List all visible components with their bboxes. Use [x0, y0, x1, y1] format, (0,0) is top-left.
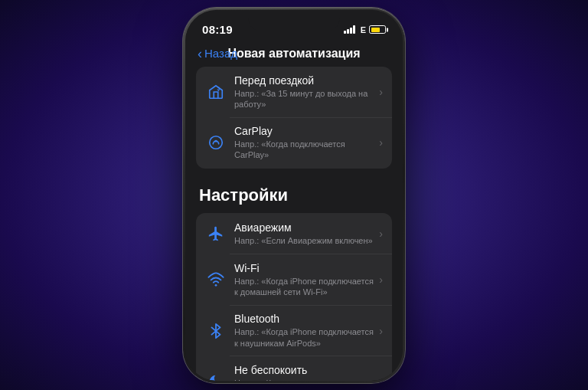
item-title-wifi: Wi-Fi	[234, 262, 374, 274]
list-item-wifi[interactable]: Wi-Fi Напр.: «Когда iPhone подключается …	[196, 254, 392, 306]
nav-bar: ‹ Назад Новая автоматизация	[185, 44, 403, 67]
battery-icon	[369, 25, 386, 34]
phone-inner: 08:19 E	[185, 10, 403, 381]
nav-title: Новая автоматизация	[227, 47, 360, 61]
status-icons: E	[344, 25, 386, 34]
item-text-carplay: CarPlay Напр.: «Когда подключается CarPl…	[234, 125, 374, 161]
svg-point-2	[215, 140, 217, 143]
airplane-icon	[205, 223, 227, 244]
list-item-carplay[interactable]: CarPlay Напр.: «Когда подключается CarPl…	[196, 117, 392, 169]
back-chevron-icon: ‹	[198, 47, 202, 61]
moon-icon	[205, 371, 227, 380]
bluetooth-icon	[205, 320, 227, 342]
svg-point-3	[215, 284, 217, 287]
item-title-carplay: CarPlay	[234, 125, 374, 137]
item-title-airplane: Авиарежим	[234, 221, 374, 234]
list-item-dnd[interactable]: Не беспокоить Напр.: «Когда включается р…	[196, 356, 392, 381]
chevron-icon: ›	[379, 136, 383, 149]
item-subtitle-airplane: Напр.: «Если Авиарежим включен»	[234, 235, 374, 246]
item-subtitle-carplay: Напр.: «Когда подключается CarPlay»	[234, 139, 374, 161]
item-title-before-trip: Перед поездкой	[234, 74, 374, 87]
notch	[248, 10, 340, 31]
item-text-bluetooth: Bluetooth Напр.: «Когда iPhone подключае…	[234, 313, 374, 349]
svg-point-0	[218, 87, 220, 88]
svg-point-1	[210, 136, 223, 149]
chevron-icon: ›	[379, 86, 383, 98]
travel-group: Перед поездкой Напр.: «За 15 минут до вы…	[196, 67, 392, 169]
item-text-before-trip: Перед поездкой Напр.: «За 15 минут до вы…	[234, 74, 374, 110]
carrier-label: E	[361, 25, 366, 34]
chevron-icon: ›	[379, 375, 383, 380]
chevron-icon: ›	[379, 228, 383, 240]
item-title-dnd: Не беспокоить	[234, 364, 374, 376]
back-label: Назад	[204, 47, 237, 60]
item-title-bluetooth: Bluetooth	[234, 313, 374, 325]
item-subtitle-dnd: Напр.: «Когда включается режим "Не беспо…	[234, 378, 374, 381]
list-item-before-trip[interactable]: Перед поездкой Напр.: «За 15 минут до вы…	[196, 67, 392, 118]
content-scroll[interactable]: Перед поездкой Напр.: «За 15 минут до вы…	[185, 67, 403, 381]
carplay-icon	[205, 132, 227, 153]
list-item-bluetooth[interactable]: Bluetooth Напр.: «Когда iPhone подключае…	[196, 305, 392, 356]
screen: 08:19 E	[185, 10, 403, 381]
chevron-icon: ›	[379, 325, 383, 337]
signal-bars-icon	[344, 25, 355, 34]
item-subtitle-bluetooth: Напр.: «Когда iPhone подключается к науш…	[234, 326, 374, 349]
item-text-airplane: Авиарежим Напр.: «Если Авиарежим включен…	[234, 221, 374, 246]
phone-container: 08:19 E	[183, 8, 405, 383]
phone-frame: 08:19 E	[183, 8, 405, 383]
item-subtitle-before-trip: Напр.: «За 15 минут до выхода на работу»	[234, 88, 374, 110]
item-text-wifi: Wi-Fi Напр.: «Когда iPhone подключается …	[234, 262, 374, 298]
settings-section-title: Настройки	[196, 179, 392, 213]
settings-group: Авиарежим Напр.: «Если Авиарежим включен…	[196, 213, 392, 381]
back-button[interactable]: ‹ Назад	[198, 47, 237, 61]
wifi-icon	[205, 269, 227, 290]
item-subtitle-wifi: Напр.: «Когда iPhone подключается к дома…	[234, 276, 374, 298]
status-time: 08:19	[202, 23, 233, 36]
chevron-icon: ›	[379, 274, 383, 286]
list-item-airplane[interactable]: Авиарежим Напр.: «Если Авиарежим включен…	[196, 213, 392, 254]
item-text-dnd: Не беспокоить Напр.: «Когда включается р…	[234, 364, 374, 381]
home-icon	[205, 81, 227, 103]
